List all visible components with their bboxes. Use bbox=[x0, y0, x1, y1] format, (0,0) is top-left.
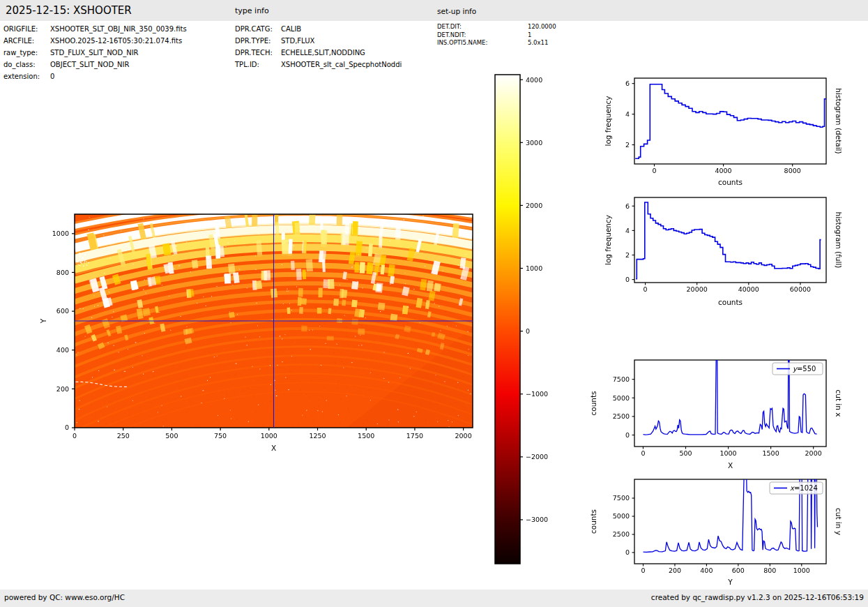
plot-text: 6 bbox=[625, 80, 630, 87]
field-value: 5.0x11 bbox=[528, 39, 548, 47]
field-value: 1 bbox=[528, 31, 531, 40]
type-info-section-label: type info bbox=[235, 6, 269, 15]
plot-text: counts bbox=[718, 298, 743, 306]
field-label: ARCFILE: bbox=[3, 35, 50, 47]
plot-text: 2000 bbox=[526, 202, 542, 209]
type-info-column: DPR.CATG:CALIBDPR.TYPE:STD,FLUXDPR.TECH:… bbox=[235, 23, 402, 70]
field-label: TPL.ID: bbox=[235, 59, 281, 70]
plot-text: 6 bbox=[625, 202, 630, 210]
field-value: 0 bbox=[50, 70, 54, 82]
data-line bbox=[635, 84, 826, 159]
info-row: extension:0 bbox=[3, 70, 187, 82]
legend: y=550 bbox=[772, 363, 823, 375]
field-label: extension: bbox=[3, 70, 50, 82]
plot-text: Y bbox=[727, 578, 733, 586]
info-row: ORIGFILE:XSHOOTER_SLT_OBJ_NIR_350_0039.f… bbox=[3, 23, 187, 35]
plot-text: 600 bbox=[56, 307, 69, 315]
info-row: DET.NDIT:1 bbox=[437, 31, 556, 40]
plot-text: 5000 bbox=[613, 512, 630, 520]
plot-text: histogram (detail) bbox=[835, 88, 843, 153]
info-row: TPL.ID:XSHOOTER_slt_cal_SpecphotNoddi bbox=[235, 59, 402, 70]
colorbar-gradient bbox=[495, 75, 520, 564]
field-value: XSHOO.2025-12-16T05:30:21.074.fits bbox=[50, 35, 182, 47]
info-row: DPR.TYPE:STD,FLUX bbox=[235, 35, 402, 47]
setup-info-column: DET.DIT:120.0000DET.NDIT:1INS.OPTI5.NAME… bbox=[437, 23, 556, 47]
plot-text: 1750 bbox=[406, 432, 423, 440]
field-value: XSHOOTER_SLT_OBJ_NIR_350_0039.fits bbox=[50, 23, 187, 35]
plot-text: 250 bbox=[117, 432, 130, 440]
plot-text: counts bbox=[589, 391, 597, 415]
plot-text: 0 bbox=[644, 285, 648, 293]
field-label: INS.OPTI5.NAME: bbox=[437, 39, 528, 47]
page-title: 2025-12-15: XSHOOTER bbox=[6, 4, 132, 17]
plot-text: 400 bbox=[700, 567, 713, 574]
plot-text: 500 bbox=[165, 432, 178, 440]
info-row: DPR.TECH:ECHELLE,SLIT,NODDING bbox=[235, 47, 402, 59]
info-row: INS.OPTI5.NAME:5.0x11 bbox=[437, 39, 556, 47]
plot-text: 0 bbox=[625, 276, 630, 283]
file-info-column: ORIGFILE:XSHOOTER_SLT_OBJ_NIR_350_0039.f… bbox=[3, 23, 187, 82]
plot-text: −2000 bbox=[526, 453, 548, 460]
plot-text: 8000 bbox=[784, 167, 801, 174]
plot-text: 2500 bbox=[613, 412, 630, 420]
plot-text: 800 bbox=[56, 269, 69, 276]
field-value: CALIB bbox=[281, 23, 301, 35]
plot-text: 2000 bbox=[455, 432, 472, 440]
plot-text: 800 bbox=[763, 567, 776, 574]
footer-created-by: created by qc_rawdisp.py v1.2.3 on 2025-… bbox=[651, 593, 864, 601]
data-line bbox=[644, 324, 817, 435]
plot-text: 0 bbox=[625, 548, 630, 556]
field-label: raw_type: bbox=[3, 47, 50, 59]
raw-frame-image bbox=[75, 214, 473, 428]
plot-text: counts bbox=[589, 509, 597, 534]
plot-text: cut in x bbox=[835, 389, 843, 417]
data-line bbox=[644, 444, 818, 552]
field-value: STD,FLUX bbox=[281, 35, 314, 47]
field-label: DPR.TYPE: bbox=[235, 35, 281, 47]
plot-text: X bbox=[728, 461, 733, 470]
plot-text: 0 bbox=[641, 449, 645, 457]
plot-cut_x: 05001000150020000250050007500Xcountscut … bbox=[589, 324, 843, 470]
field-value: 120.0000 bbox=[528, 23, 556, 31]
field-label: ORIGFILE: bbox=[3, 23, 50, 35]
plot-text: 200 bbox=[56, 385, 69, 393]
plot-text: 1500 bbox=[358, 432, 374, 440]
plot-text: 60000 bbox=[790, 285, 811, 293]
plot-text: −3000 bbox=[526, 516, 548, 523]
plot-text: histogram (full) bbox=[835, 212, 843, 269]
plot-text: 20000 bbox=[687, 285, 708, 293]
plot-text: 600 bbox=[732, 567, 745, 574]
plot-text: 7500 bbox=[613, 375, 630, 383]
field-value: XSHOOTER_slt_cal_SpecphotNoddi bbox=[281, 59, 402, 70]
field-value: ECHELLE,SLIT,NODDING bbox=[281, 47, 365, 59]
plot-text: X bbox=[271, 444, 276, 452]
plot-text: 400 bbox=[56, 346, 69, 354]
plot-text: 0 bbox=[641, 567, 645, 574]
plot-text: 1000 bbox=[526, 264, 542, 272]
plot-text: log frequency bbox=[604, 215, 612, 265]
field-label: DPR.CATG: bbox=[235, 23, 281, 35]
plot-text: 1000 bbox=[719, 449, 736, 457]
setup-info-section-label: set-up info bbox=[437, 7, 476, 15]
plot-cut_y: 020040060080010000250050007500Ycountscut… bbox=[589, 444, 843, 586]
info-row: DPR.CATG:CALIB bbox=[235, 23, 402, 35]
plot-text: 4 bbox=[625, 110, 630, 118]
plot-text: 0 bbox=[625, 431, 630, 439]
plot-text: −1000 bbox=[526, 390, 548, 398]
plot-text: 4000 bbox=[715, 167, 731, 174]
field-value: STD_FLUX_SLIT_NOD_NIR bbox=[50, 47, 139, 59]
plot-text: 1500 bbox=[763, 449, 779, 457]
plot-text: 4 bbox=[625, 227, 630, 234]
plot-text: 0 bbox=[652, 167, 656, 174]
footer-powered-by: powered by QC: www.eso.org/HC bbox=[4, 593, 125, 601]
legend: x=1024 bbox=[770, 482, 823, 494]
info-row: raw_type:STD_FLUX_SLIT_NOD_NIR bbox=[3, 47, 187, 59]
plot-text: 7500 bbox=[613, 494, 630, 502]
plot-text: 2000 bbox=[805, 449, 822, 457]
plot-text: x=1024 bbox=[790, 484, 818, 492]
info-row: DET.DIT:120.0000 bbox=[437, 23, 556, 31]
plot-text: 2 bbox=[625, 251, 630, 259]
plot-text: 3000 bbox=[526, 139, 542, 147]
plot-text: 2 bbox=[625, 141, 630, 149]
plot-text: 40000 bbox=[738, 285, 759, 293]
